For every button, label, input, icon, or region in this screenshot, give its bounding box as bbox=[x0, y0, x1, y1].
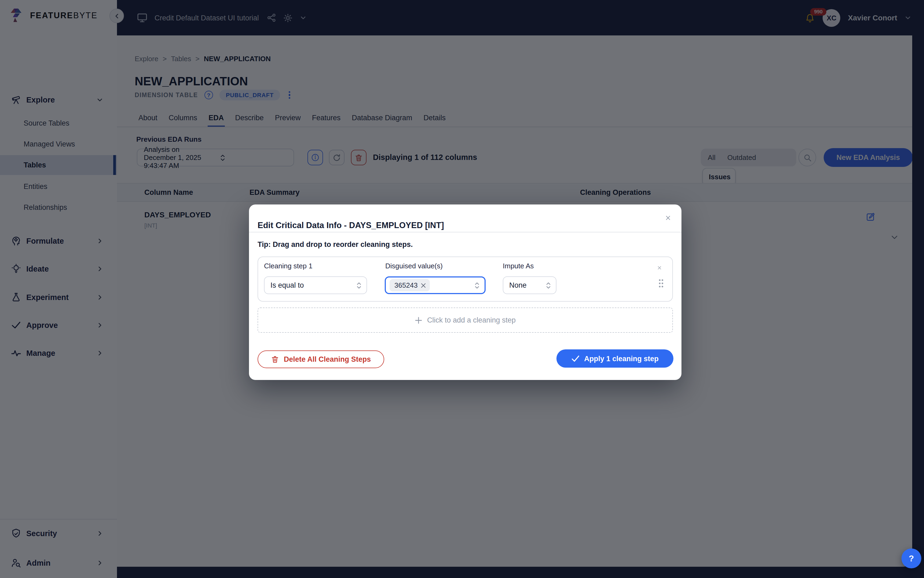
help-button[interactable]: ? bbox=[901, 549, 921, 568]
remove-step-button[interactable] bbox=[654, 263, 665, 273]
operation-select[interactable]: Is equal to bbox=[264, 276, 367, 294]
chip-remove-icon[interactable] bbox=[421, 283, 426, 288]
modal-title: Edit Critical Data Info - DAYS_EMPLOYED … bbox=[258, 221, 444, 230]
operation-value: Is equal to bbox=[271, 281, 353, 289]
value-chip-text: 365243 bbox=[394, 281, 418, 289]
select-chevrons-icon bbox=[474, 281, 480, 289]
add-cleaning-step-button[interactable]: Click to add a cleaning step bbox=[258, 307, 673, 333]
apply-cleaning-step-button[interactable]: Apply 1 cleaning step bbox=[556, 349, 673, 368]
impute-value: None bbox=[509, 281, 543, 289]
impute-select[interactable]: None bbox=[503, 276, 556, 294]
drag-handle-icon[interactable] bbox=[658, 279, 664, 289]
disguised-values-label: Disguised value(s) bbox=[385, 262, 443, 270]
select-chevrons-icon bbox=[356, 281, 361, 289]
plus-icon bbox=[415, 317, 422, 324]
apply-label: Apply 1 cleaning step bbox=[584, 354, 659, 362]
close-icon bbox=[657, 264, 661, 271]
add-step-label: Click to add a cleaning step bbox=[427, 316, 515, 324]
delete-all-cleaning-steps-button[interactable]: Delete All Cleaning Steps bbox=[258, 351, 384, 368]
select-chevrons-icon bbox=[546, 281, 551, 289]
check-icon bbox=[571, 355, 579, 362]
trash-icon bbox=[271, 355, 279, 363]
modal-close-button[interactable] bbox=[662, 212, 674, 224]
impute-as-label: Impute As bbox=[503, 262, 534, 270]
close-icon bbox=[665, 214, 671, 222]
disguised-values-select[interactable]: 365243 bbox=[385, 276, 486, 294]
app-root: Credit Default Dataset UI tutorial 990 X… bbox=[0, 0, 924, 578]
delete-all-label: Delete All Cleaning Steps bbox=[284, 355, 371, 363]
modal-tip: Tip: Drag and drop to reorder cleaning s… bbox=[258, 240, 413, 248]
edit-critical-data-info-modal: Edit Critical Data Info - DAYS_EMPLOYED … bbox=[249, 205, 681, 380]
cleaning-step-label: Cleaning step 1 bbox=[264, 262, 313, 270]
value-chip: 365243 bbox=[389, 279, 430, 291]
modal-divider bbox=[249, 232, 681, 232]
cleaning-step-card: Cleaning step 1 Is equal to Disguised va… bbox=[258, 257, 673, 302]
